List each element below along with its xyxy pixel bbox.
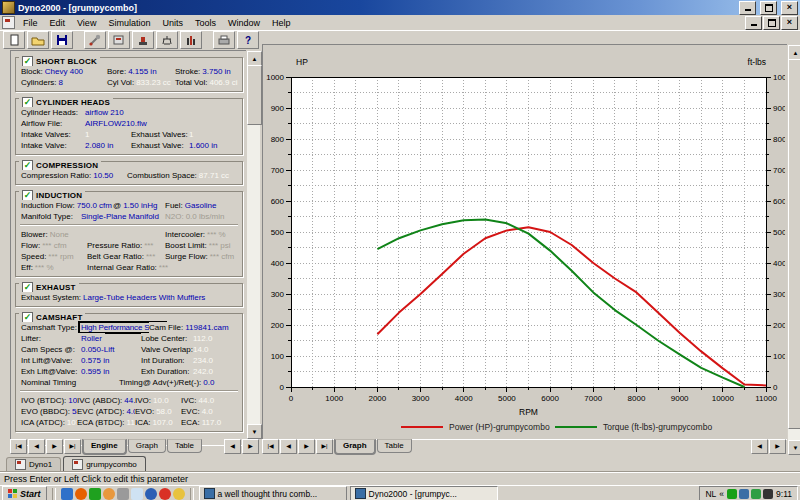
tray-icon-network[interactable]	[751, 489, 761, 499]
parameter-value[interactable]: 0.575 in	[81, 356, 109, 365]
quick-launch-icon-2[interactable]	[75, 488, 87, 500]
import-data-button[interactable]	[108, 31, 130, 49]
gauge-meter-button[interactable]	[180, 31, 202, 49]
parameter-value[interactable]: 10.50	[93, 171, 113, 180]
engine-tab-engine[interactable]: Engine	[82, 439, 127, 455]
parameter-value[interactable]: 2.080 in	[85, 141, 113, 150]
menu-simulation[interactable]: Simulation	[102, 17, 156, 29]
engine-next-tab-button[interactable]: ▶	[46, 439, 63, 454]
menu-help[interactable]: Help	[266, 17, 297, 29]
print-button[interactable]	[213, 31, 235, 49]
menu-file[interactable]: File	[17, 17, 44, 29]
parameter-value[interactable]: *** cfm	[210, 252, 234, 261]
parameter-value[interactable]: 750.0 cfm	[77, 201, 112, 210]
parameter-value[interactable]: 3.750 in	[202, 67, 230, 76]
quick-launch-icon-3[interactable]	[89, 488, 101, 500]
parameter-value[interactable]: *** %	[207, 230, 226, 239]
chart-scroll-left-button[interactable]: ◀	[751, 439, 768, 454]
help-button[interactable]: ?	[237, 31, 259, 49]
scrollbar-thumb[interactable]	[788, 59, 800, 429]
parameter-value[interactable]: 0.0	[203, 378, 214, 387]
parameter-value[interactable]: 0.050-Lift	[81, 345, 114, 354]
chart-next-tab-button[interactable]: ▶	[298, 439, 315, 454]
parameter-value[interactable]: Gasoline	[185, 201, 217, 210]
tray-icon-volume[interactable]	[763, 489, 773, 499]
parameter-value[interactable]: 117.0	[202, 418, 221, 427]
child-restore-button[interactable]	[763, 16, 780, 30]
scroll-up-icon[interactable]: ▲	[788, 45, 800, 60]
menu-window[interactable]: Window	[222, 17, 266, 29]
parameter-value[interactable]: ***	[146, 252, 155, 261]
parameter-value[interactable]: 242.0	[193, 367, 213, 376]
document-tab-grumpycombo[interactable]: grumpycombo	[63, 456, 146, 471]
quick-launch-icon-4[interactable]	[103, 488, 115, 500]
parameter-value[interactable]: 4.0	[202, 407, 213, 416]
parameter-value[interactable]: 107.0	[153, 418, 173, 427]
scroll-up-icon[interactable]: ▲	[247, 51, 262, 66]
menu-edit[interactable]: Edit	[44, 17, 72, 29]
chart-first-tab-button[interactable]: |◀	[262, 439, 279, 454]
task-button[interactable]: a well thought thru comb...	[199, 486, 347, 500]
parameter-value[interactable]: 119841.cam	[185, 323, 228, 332]
child-minimize-button[interactable]	[745, 16, 762, 30]
new-file-button[interactable]	[3, 31, 25, 49]
engine-test-button[interactable]	[132, 31, 154, 49]
child-close-button[interactable]: ×	[781, 16, 798, 30]
engine-prev-tab-button[interactable]: ◀	[28, 439, 45, 454]
tune-tools-button[interactable]	[84, 31, 106, 49]
scroll-down-icon[interactable]: ▼	[247, 424, 262, 439]
parameter-value[interactable]: *** %	[35, 263, 54, 272]
tray-overflow-chevron[interactable]: «	[719, 489, 724, 499]
engine-tab-table[interactable]: Table	[167, 439, 202, 453]
parameter-value[interactable]: 0.0 lbs/min	[186, 212, 225, 221]
menu-units[interactable]: Units	[156, 17, 189, 29]
minimize-button[interactable]	[739, 1, 756, 15]
menu-view[interactable]: View	[71, 17, 102, 29]
quick-launch-icon-8[interactable]	[159, 488, 171, 500]
chart-tab-graph[interactable]: Graph	[334, 439, 376, 455]
parameter-value[interactable]: Roller	[81, 334, 102, 343]
start-button[interactable]: Start	[2, 486, 47, 500]
chart-panel-scrollbar[interactable]: ▲ ▼	[787, 44, 800, 456]
parameter-value[interactable]: airflow 210	[85, 108, 124, 117]
quick-launch-icon-7[interactable]	[145, 488, 157, 500]
parameter-value[interactable]: Large-Tube Headers With Mufflers	[83, 293, 205, 302]
chart-tab-table[interactable]: Table	[377, 439, 412, 453]
parameter-value[interactable]: 14.0	[193, 345, 209, 354]
parameter-value[interactable]: 112.0	[193, 334, 212, 343]
parameter-value[interactable]: 8	[59, 78, 63, 87]
parameter-value[interactable]: 833.23 cc	[136, 78, 171, 87]
open-folder-button[interactable]	[27, 31, 49, 49]
parameter-value[interactable]: ***	[159, 263, 168, 272]
parameter-value[interactable]: *** rpm	[48, 252, 73, 261]
parameter-value[interactable]: 1	[85, 130, 89, 139]
scroll-down-icon[interactable]: ▼	[788, 440, 800, 455]
parameter-value[interactable]: Single-Plane Manifold	[81, 212, 159, 221]
parameter-value[interactable]: 1.600 in	[189, 141, 217, 150]
language-indicator[interactable]: NL	[705, 489, 716, 499]
parameter-value[interactable]: 406.9 ci	[209, 78, 237, 87]
chart-scroll-right-button[interactable]: ▶	[769, 439, 786, 454]
quick-launch-icon-5[interactable]	[117, 488, 129, 500]
parameter-value[interactable]: ***	[144, 241, 153, 250]
parameter-value[interactable]: Chevy 400	[45, 67, 83, 76]
restore-button[interactable]	[760, 1, 777, 15]
save-button[interactable]	[51, 31, 73, 49]
parameter-value[interactable]: 234.0	[193, 356, 213, 365]
quick-launch-icon-1[interactable]	[61, 488, 73, 500]
quick-launch-icon-6[interactable]	[131, 488, 143, 500]
parameter-value[interactable]: AIRFLOW210.flw	[85, 119, 147, 128]
tray-icon-green[interactable]	[727, 489, 737, 499]
close-button[interactable]: ×	[781, 1, 798, 15]
task-button[interactable]: Dyno2000 - [grumpyc...	[350, 486, 498, 500]
weight-scale-button[interactable]	[156, 31, 178, 49]
parameter-value[interactable]: 1	[189, 130, 193, 139]
child-window-icon[interactable]	[2, 16, 15, 29]
parameter-value[interactable]: 58.0	[156, 407, 172, 416]
parameter-value[interactable]: 10.0	[153, 396, 169, 405]
chart-prev-tab-button[interactable]: ◀	[280, 439, 297, 454]
parameter-value[interactable]: 44.0	[199, 396, 215, 405]
engine-last-tab-button[interactable]: ▶|	[64, 439, 81, 454]
quick-launch-icon-9[interactable]	[173, 488, 185, 500]
menu-tools[interactable]: Tools	[189, 17, 222, 29]
